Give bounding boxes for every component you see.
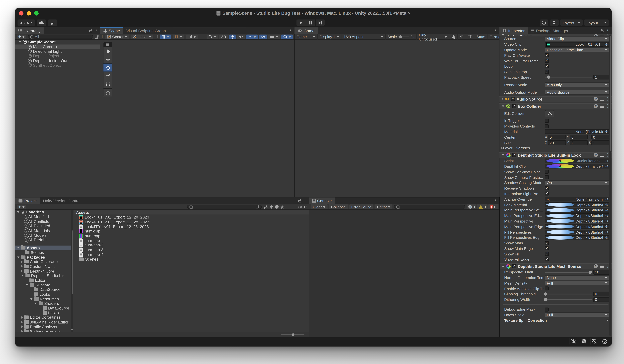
help-icon[interactable]: ?	[594, 104, 598, 108]
console-search-input[interactable]	[394, 205, 465, 209]
project-tree-item[interactable]: Packages	[15, 255, 71, 259]
game-gizmos-dropdown[interactable]: Gizmos	[487, 34, 499, 40]
slider-knob[interactable]	[544, 298, 547, 301]
open-window-icon[interactable]	[95, 35, 99, 39]
object-picker-icon[interactable]: ⊙	[604, 214, 609, 218]
slider-value-input[interactable]: 1	[593, 75, 609, 80]
project-menu-icon[interactable]: ⋮	[303, 199, 307, 203]
game-menu-icon[interactable]: ⋮	[494, 29, 497, 33]
object-field[interactable]: None (Transform)⊙	[545, 197, 609, 202]
project-tree-item[interactable]: Looks	[15, 292, 71, 297]
object-field[interactable]: Depthkit/Studio/Depthkit Studio⊙	[545, 208, 609, 212]
rotate-tool-selected[interactable]	[104, 64, 112, 72]
console-error-pause-button[interactable]: Error Pause	[349, 204, 373, 209]
field-dropdown[interactable]: API Only	[545, 82, 609, 87]
help-icon[interactable]: ?	[594, 97, 598, 101]
tree-collapse-icon[interactable]	[21, 321, 23, 323]
search-in-window-icon[interactable]	[256, 205, 260, 208]
tree-collapse-icon[interactable]	[21, 325, 23, 328]
tree-expand-icon[interactable]	[26, 284, 28, 286]
field-checkbox[interactable]	[545, 241, 549, 245]
hierarchy-item[interactable]: Depthkit-Inside-Out	[15, 58, 100, 63]
field-dropdown[interactable]: Full	[545, 313, 609, 317]
project-tree-item[interactable]: Assets	[15, 246, 71, 250]
favorites-star-icon[interactable]	[280, 205, 285, 209]
project-tree-item[interactable]: Custom NUnit	[15, 264, 71, 269]
hidden-objects-toggle[interactable]	[259, 34, 267, 39]
project-tree-item[interactable]: DataSource	[15, 306, 71, 311]
scene-menu-icon[interactable]: ⋮	[288, 29, 293, 33]
asset-zoom-slider[interactable]	[281, 334, 304, 335]
component-menu-icon[interactable]: ⋮	[606, 104, 610, 108]
field-checkbox[interactable]	[545, 175, 549, 179]
asset-item[interactable]: Look4T01_v01_Export_12_28_2023	[74, 224, 309, 229]
project-lock-icon[interactable]	[298, 199, 301, 203]
component-header[interactable]: Video Player?⋮	[499, 34, 612, 36]
game-mode-dropdown[interactable]: Game	[294, 34, 317, 40]
scale-slider-knob[interactable]	[399, 35, 402, 38]
measure-toggle[interactable]	[186, 34, 198, 39]
tree-collapse-icon[interactable]	[21, 261, 23, 263]
field-checkbox[interactable]	[545, 64, 549, 68]
field-checkbox[interactable]	[545, 119, 549, 123]
tree-expand-icon[interactable]	[35, 303, 37, 304]
filter-by-type-icon[interactable]	[263, 205, 268, 209]
view-tool[interactable]	[104, 47, 112, 55]
object-field[interactable]: Depthkit/Studio/Depthkit Studio⊙	[545, 202, 609, 207]
hidden-count-indicator[interactable]: 16	[298, 205, 308, 209]
project-tree-item[interactable]: Depthkit Core	[15, 269, 71, 273]
object-picker-icon[interactable]: ⊙	[604, 230, 609, 234]
hierarchy-item[interactable]: Directional Light	[15, 49, 100, 54]
object-field[interactable]: StudioLiteLook⊙	[545, 158, 609, 163]
slider-track[interactable]	[545, 272, 592, 273]
favorite-search-item[interactable]: All Materials	[15, 228, 71, 233]
2d-toggle[interactable]: 2D	[219, 34, 228, 39]
project-tree-item[interactable]: Scenes	[15, 250, 71, 255]
component-header[interactable]: Depthkit Studio Lite Mesh Source?⋮	[499, 263, 612, 270]
field-checkbox[interactable]	[545, 307, 549, 311]
asset-item[interactable]: num-cpp-4	[74, 252, 309, 257]
field-checkbox[interactable]	[545, 257, 549, 261]
step-button[interactable]	[315, 19, 325, 26]
hierarchy-item[interactable]: Main Camera	[15, 44, 100, 49]
project-create-button[interactable]: +	[17, 205, 26, 209]
scrollbar-down-arrow[interactable]	[71, 329, 73, 331]
tab-package-manager[interactable]: Package Manager	[528, 27, 572, 34]
component-header[interactable]: Box Collider?⋮	[499, 103, 612, 109]
field-checkbox[interactable]	[545, 247, 549, 250]
layers-dropdown[interactable]: Layers	[560, 19, 583, 26]
presets-icon[interactable]	[600, 105, 604, 108]
pause-button[interactable]	[306, 19, 315, 26]
scale-slider-track[interactable]	[398, 36, 409, 37]
hierarchy-item[interactable]: SyntheticObject	[15, 63, 100, 68]
debugger-disabled-button[interactable]	[570, 338, 577, 345]
field-checkbox[interactable]	[545, 170, 549, 174]
component-foldout-arrow[interactable]	[502, 34, 504, 36]
slider-track[interactable]	[545, 299, 592, 300]
axis-x-input[interactable]: 20	[548, 140, 566, 145]
play-button[interactable]	[296, 19, 306, 26]
axis-y-input[interactable]: 0	[570, 135, 588, 139]
field-checkbox[interactable]	[545, 192, 549, 196]
component-header[interactable]: Depthkit Studio Lite Built-in Look?⋮	[499, 152, 612, 158]
axis-z-input[interactable]: 1	[591, 140, 609, 145]
component-enabled-checkbox[interactable]	[512, 153, 516, 157]
presets-icon[interactable]	[600, 265, 604, 268]
field-dropdown[interactable]: None	[545, 275, 609, 280]
edit-collider-button[interactable]	[545, 110, 554, 117]
info-count-toggle[interactable]: !0	[467, 204, 477, 209]
vsync-button[interactable]	[466, 34, 475, 40]
subheader-arrow-icon[interactable]	[606, 319, 609, 321]
presets-icon[interactable]	[600, 97, 604, 101]
slider-knob[interactable]	[544, 292, 547, 296]
effects-dropdown[interactable]	[246, 34, 258, 39]
favorite-search-item[interactable]: All Prefabs	[15, 238, 71, 242]
object-field[interactable]: Depthkit-Inside-Out (Clip)⊙	[545, 164, 609, 169]
close-window-button[interactable]	[19, 11, 24, 16]
tool-handle-position-dropdown[interactable]: Center	[105, 34, 130, 39]
hierarchy-menu-icon[interactable]: ⋮	[94, 29, 98, 33]
favorites-arrow-icon[interactable]	[17, 211, 20, 213]
tree-collapse-icon[interactable]	[21, 316, 23, 319]
axis-z-input[interactable]: 0	[591, 135, 609, 139]
axis-x-input[interactable]: 0	[548, 135, 566, 139]
